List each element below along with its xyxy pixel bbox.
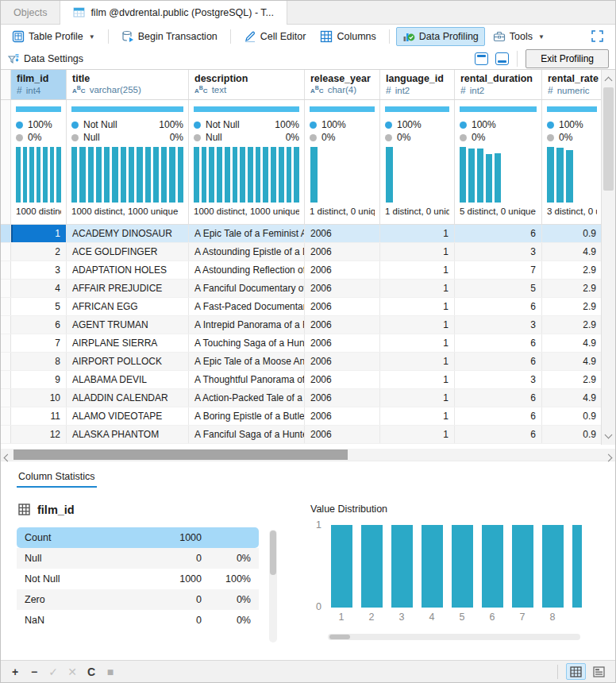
row-gutter[interactable] <box>1 261 11 279</box>
cell-film_id[interactable]: 11 <box>11 407 67 425</box>
column-profile-title[interactable]: Not Null100%Null0%1000 distinct, 1000 un… <box>67 100 189 224</box>
cell-language_id[interactable]: 1 <box>380 389 455 407</box>
scroll-left-icon[interactable] <box>4 454 12 462</box>
cell-rental_rate[interactable]: 4.9 <box>542 389 601 407</box>
cell-rental_rate[interactable]: 4.9 <box>542 334 601 352</box>
cell-language_id[interactable]: 1 <box>380 334 455 352</box>
column-header-rental_rate[interactable]: rental_rate#numeric <box>542 70 601 99</box>
cell-language_id[interactable]: 1 <box>380 371 455 388</box>
cell-language_id[interactable]: 1 <box>380 280 455 297</box>
grid-view-button[interactable] <box>566 663 586 680</box>
scroll-up-icon[interactable] <box>605 77 613 85</box>
row-gutter[interactable] <box>1 407 11 425</box>
cell-rental_rate[interactable]: 2.9 <box>542 371 601 388</box>
cell-release_year[interactable]: 2006 <box>305 298 380 315</box>
fullscreen-button[interactable] <box>585 27 610 46</box>
row-gutter[interactable] <box>1 426 11 443</box>
show-top-pane-icon[interactable] <box>475 52 488 65</box>
table-row[interactable]: 10ALADDIN CALENDARA Action-Packed Tale o… <box>1 389 601 407</box>
cell-rental_duration[interactable]: 6 <box>455 407 542 425</box>
row-gutter[interactable] <box>1 225 11 242</box>
cell-film_id[interactable]: 10 <box>11 389 67 407</box>
cell-rental_duration[interactable]: 6 <box>455 426 542 443</box>
columns-button[interactable]: Columns <box>314 27 382 46</box>
cell-description[interactable]: A Astounding Reflection of <box>189 261 305 279</box>
add-row-icon[interactable]: + <box>7 666 23 678</box>
row-gutter[interactable] <box>1 243 11 260</box>
column-header-rental_duration[interactable]: rental_duration#int2 <box>455 70 542 99</box>
cell-title[interactable]: ADAPTATION HOLES <box>67 261 189 279</box>
chart-scroll-thumb[interactable] <box>329 635 350 639</box>
cell-rental_duration[interactable]: 6 <box>455 389 542 407</box>
cell-rental_duration[interactable]: 6 <box>455 225 542 242</box>
filter-settings-icon[interactable] <box>7 52 20 65</box>
cell-rental_duration[interactable]: 3 <box>455 371 542 388</box>
column-profile-film_id[interactable]: 100%0%1000 distinct, 1000 unique <box>11 100 67 224</box>
row-gutter[interactable] <box>1 280 11 297</box>
cell-description[interactable]: A Action-Packed Tale of a <box>189 389 305 407</box>
cell-title[interactable]: ACE GOLDFINGER <box>67 243 189 260</box>
cell-release_year[interactable]: 2006 <box>305 316 380 334</box>
stat-row-null[interactable]: Null00% <box>17 548 259 569</box>
column-header-release_year[interactable]: release_yearABCchar(4) <box>305 70 380 99</box>
cell-film_id[interactable]: 12 <box>11 426 67 443</box>
table-row[interactable]: 6AGENT TRUMANA Intrepid Panorama of a R2… <box>1 316 601 334</box>
cell-film_id[interactable]: 2 <box>11 243 67 260</box>
cell-title[interactable]: ALABAMA DEVIL <box>67 371 189 388</box>
stats-scrollbar[interactable] <box>269 530 277 642</box>
cell-title[interactable]: ALASKA PHANTOM <box>67 426 189 443</box>
cell-title[interactable]: ALADDIN CALENDAR <box>67 389 189 407</box>
cell-release_year[interactable]: 2006 <box>305 353 380 370</box>
cell-rental_duration[interactable]: 3 <box>455 243 542 260</box>
cell-description[interactable]: A Intrepid Panorama of a R <box>189 316 305 334</box>
delete-row-icon[interactable]: − <box>26 666 42 678</box>
cell-title[interactable]: ACADEMY DINOSAUR <box>67 225 189 242</box>
grid-horizontal-scrollbar[interactable] <box>1 449 615 461</box>
horizontal-scroll-thumb[interactable] <box>13 450 348 460</box>
table-row[interactable]: 4AFFAIR PREJUDICEA Fanciful Documentary … <box>1 280 601 298</box>
row-gutter[interactable] <box>1 334 11 352</box>
cell-rental_duration[interactable]: 5 <box>455 280 542 297</box>
cell-language_id[interactable]: 1 <box>380 261 455 279</box>
cell-film_id[interactable]: 3 <box>11 261 67 279</box>
cell-release_year[interactable]: 2006 <box>305 389 380 407</box>
cell-rental_duration[interactable]: 7 <box>455 261 542 279</box>
row-gutter[interactable] <box>1 389 11 407</box>
cell-film_id[interactable]: 6 <box>11 316 67 334</box>
cell-rental_rate[interactable]: 2.9 <box>542 261 601 279</box>
cell-title[interactable]: AFRICAN EGG <box>67 298 189 315</box>
cell-rental_rate[interactable]: 4.9 <box>542 353 601 370</box>
scroll-right-icon[interactable] <box>605 454 613 462</box>
cell-language_id[interactable]: 1 <box>380 298 455 315</box>
cell-title[interactable]: AGENT TRUMAN <box>67 316 189 334</box>
row-gutter[interactable] <box>1 298 11 315</box>
column-profile-description[interactable]: Not Null100%Null0%1000 distinct, 1000 un… <box>189 100 305 224</box>
cell-editor-button[interactable]: Cell Editor <box>237 27 313 46</box>
cell-rental_rate[interactable]: 0.9 <box>542 225 601 242</box>
table-row[interactable]: 1ACADEMY DINOSAURA Epic Tale of a Femini… <box>1 225 601 243</box>
column-profile-language_id[interactable]: 100%0%1 distinct, 0 unique <box>380 100 455 224</box>
cell-rental_duration[interactable]: 6 <box>455 298 542 315</box>
cell-film_id[interactable]: 4 <box>11 280 67 297</box>
cell-description[interactable]: A Fanciful Documentary of <box>189 280 305 297</box>
cell-description[interactable]: A Touching Saga of a Hunt <box>189 334 305 352</box>
cell-release_year[interactable]: 2006 <box>305 426 380 443</box>
cell-description[interactable]: A Thoughtful Panorama of <box>189 371 305 388</box>
refresh-icon[interactable]: C <box>83 666 99 678</box>
tools-button[interactable]: Tools ▼ <box>487 27 551 46</box>
stats-scroll-thumb[interactable] <box>270 531 276 575</box>
stat-row-zero[interactable]: Zero00% <box>17 589 259 610</box>
cell-description[interactable]: A Astounding Epistle of a D <box>189 243 305 260</box>
cell-description[interactable]: A Fanciful Saga of a Hunte <box>189 426 305 443</box>
form-view-button[interactable] <box>589 663 609 680</box>
cell-film_id[interactable]: 9 <box>11 371 67 388</box>
cell-rental_duration[interactable]: 6 <box>455 334 542 352</box>
cell-rental_duration[interactable]: 6 <box>455 353 542 370</box>
cell-rental_duration[interactable]: 3 <box>455 316 542 334</box>
cell-language_id[interactable]: 1 <box>380 225 455 242</box>
cell-film_id[interactable]: 7 <box>11 334 67 352</box>
scroll-down-icon[interactable] <box>605 431 613 439</box>
column-header-language_id[interactable]: language_id#int2 <box>380 70 455 99</box>
column-header-title[interactable]: titleABCvarchar(255) <box>67 70 189 99</box>
grid-vertical-scrollbar[interactable] <box>601 70 615 445</box>
